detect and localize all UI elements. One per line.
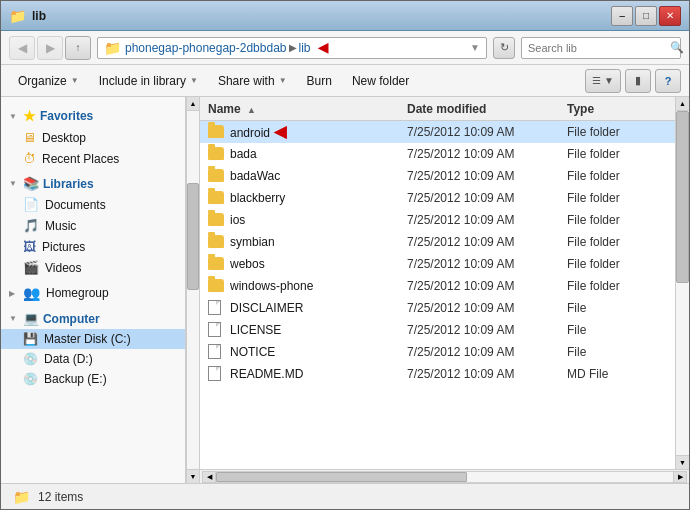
sidebar-scroll-thumb[interactable] — [187, 183, 199, 290]
col-name-header[interactable]: Name ▲ — [208, 102, 407, 116]
sidebar-item-homegroup[interactable]: ▶ 👥 Homegroup — [1, 282, 185, 304]
title-bar-text: 📁 lib — [9, 8, 46, 24]
folder-icon — [208, 125, 224, 138]
folder-icon — [208, 235, 224, 248]
file-date: 7/25/2012 10:09 AM — [407, 367, 567, 381]
forward-button[interactable]: ▶ — [37, 36, 63, 60]
share-with-chevron: ▼ — [279, 76, 287, 85]
videos-label: Videos — [45, 261, 81, 275]
table-row[interactable]: bada7/25/2012 10:09 AMFile folder — [200, 143, 675, 165]
libraries-header[interactable]: ▼ 📚 Libraries — [1, 173, 185, 194]
sidebar-item-desktop[interactable]: 🖥 Desktop — [1, 127, 185, 148]
table-row[interactable]: android ◀7/25/2012 10:09 AMFile folder — [200, 121, 675, 143]
file-icon — [208, 322, 221, 337]
file-name: bada — [230, 147, 407, 161]
file-name: LICENSE — [230, 323, 407, 337]
include-library-button[interactable]: Include in library ▼ — [90, 68, 207, 94]
col-type-header[interactable]: Type — [567, 102, 667, 116]
h-scroll-right[interactable]: ▶ — [673, 471, 687, 483]
recent-places-label: Recent Places — [42, 152, 119, 166]
sidebar-scrollbar[interactable]: ▲ ▼ — [186, 97, 200, 483]
table-row[interactable]: badaWac7/25/2012 10:09 AMFile folder — [200, 165, 675, 187]
close-button[interactable]: ✕ — [659, 6, 681, 26]
file-scroll-thumb[interactable] — [676, 111, 689, 283]
sidebar-section-computer: ▼ 💻 Computer 💾 Master Disk (C:) 💿 Data (… — [1, 308, 185, 389]
main-content: ▼ ★ Favorites 🖥 Desktop ⏱ Recent Places — [1, 97, 689, 483]
table-row[interactable]: ios7/25/2012 10:09 AMFile folder — [200, 209, 675, 231]
burn-button[interactable]: Burn — [298, 68, 341, 94]
file-name: symbian — [230, 235, 407, 249]
file-type-icon — [208, 169, 230, 182]
file-list-scrollbar[interactable]: ▲ ▼ — [675, 97, 689, 469]
col-date-label: Date modified — [407, 102, 486, 116]
annotation-red-arrow: ◀ — [270, 123, 286, 140]
favorites-header[interactable]: ▼ ★ Favorites — [1, 105, 185, 127]
file-type-icon — [208, 366, 230, 381]
table-row[interactable]: blackberry7/25/2012 10:09 AMFile folder — [200, 187, 675, 209]
computer-label: Computer — [43, 312, 100, 326]
sidebar-item-backup[interactable]: 💿 Backup (E:) — [1, 369, 185, 389]
desktop-icon: 🖥 — [23, 130, 36, 145]
view-options-button[interactable]: ☰ ▼ — [585, 69, 621, 93]
path-dropdown-btn[interactable]: ▼ — [470, 42, 480, 53]
minimize-button[interactable]: ‒ — [611, 6, 633, 26]
h-scroll-left[interactable]: ◀ — [202, 471, 216, 483]
sidebar-item-master-disk[interactable]: 💾 Master Disk (C:) — [1, 329, 185, 349]
file-name: blackberry — [230, 191, 407, 205]
file-scroll-down[interactable]: ▼ — [676, 455, 689, 469]
libraries-icon: 📚 — [23, 176, 39, 191]
help-button[interactable]: ? — [655, 69, 681, 93]
computer-header[interactable]: ▼ 💻 Computer — [1, 308, 185, 329]
file-type: File folder — [567, 169, 667, 183]
sidebar-section-favorites: ▼ ★ Favorites 🖥 Desktop ⏱ Recent Places — [1, 105, 185, 169]
file-type-icon — [208, 344, 230, 359]
search-input[interactable] — [528, 42, 666, 54]
documents-icon: 📄 — [23, 197, 39, 212]
file-scroll-up[interactable]: ▲ — [676, 97, 689, 111]
sidebar-scroll-down[interactable]: ▼ — [187, 469, 199, 483]
table-row[interactable]: LICENSE7/25/2012 10:09 AMFile — [200, 319, 675, 341]
path-item-lib[interactable]: lib — [299, 41, 311, 55]
path-item-phonegap[interactable]: phonegap-phonegap-2dbbdab — [125, 41, 287, 55]
sidebar-item-videos[interactable]: 🎬 Videos — [1, 257, 185, 278]
h-scroll-track — [216, 471, 673, 483]
data-drive-icon: 💿 — [23, 352, 38, 366]
sidebar-item-pictures[interactable]: 🖼 Pictures — [1, 236, 185, 257]
sidebar-item-music[interactable]: 🎵 Music — [1, 215, 185, 236]
search-box[interactable]: 🔍 — [521, 37, 681, 59]
new-folder-button[interactable]: New folder — [343, 68, 418, 94]
table-row[interactable]: DISCLAIMER7/25/2012 10:09 AMFile — [200, 297, 675, 319]
path-folder-icon: 📁 — [104, 40, 121, 56]
sidebar-item-data[interactable]: 💿 Data (D:) — [1, 349, 185, 369]
table-row[interactable]: webos7/25/2012 10:09 AMFile folder — [200, 253, 675, 275]
file-type: File folder — [567, 191, 667, 205]
preview-pane-button[interactable]: ▮ — [625, 69, 651, 93]
file-date: 7/25/2012 10:09 AM — [407, 169, 567, 183]
file-type: File folder — [567, 257, 667, 271]
file-date: 7/25/2012 10:09 AM — [407, 125, 567, 139]
maximize-button[interactable]: □ — [635, 6, 657, 26]
table-row[interactable]: NOTICE7/25/2012 10:09 AMFile — [200, 341, 675, 363]
file-type-icon — [208, 213, 230, 226]
col-date-header[interactable]: Date modified — [407, 102, 567, 116]
file-list: android ◀7/25/2012 10:09 AMFile folderba… — [200, 121, 675, 469]
nav-buttons: ◀ ▶ ↑ — [9, 36, 91, 60]
explorer-window: 📁 lib ‒ □ ✕ ◀ ▶ ↑ 📁 phonegap-phonegap-2d… — [0, 0, 690, 510]
sidebar-item-documents[interactable]: 📄 Documents — [1, 194, 185, 215]
back-button[interactable]: ◀ — [9, 36, 35, 60]
h-scroll-thumb[interactable] — [216, 472, 467, 482]
new-folder-label: New folder — [352, 74, 409, 88]
table-row[interactable]: symbian7/25/2012 10:09 AMFile folder — [200, 231, 675, 253]
file-type-icon — [208, 125, 230, 138]
sidebar-item-recent-places[interactable]: ⏱ Recent Places — [1, 148, 185, 169]
share-with-button[interactable]: Share with ▼ — [209, 68, 296, 94]
address-path[interactable]: 📁 phonegap-phonegap-2dbbdab ▶ lib ◀ ▼ — [97, 37, 487, 59]
organize-button[interactable]: Organize ▼ — [9, 68, 88, 94]
table-row[interactable]: README.MD7/25/2012 10:09 AMMD File — [200, 363, 675, 385]
folder-icon — [208, 279, 224, 292]
table-row[interactable]: windows-phone7/25/2012 10:09 AMFile fold… — [200, 275, 675, 297]
up-button[interactable]: ↑ — [65, 36, 91, 60]
file-name: DISCLAIMER — [230, 301, 407, 315]
sidebar-scroll-up[interactable]: ▲ — [187, 97, 199, 111]
refresh-button[interactable]: ↻ — [493, 37, 515, 59]
